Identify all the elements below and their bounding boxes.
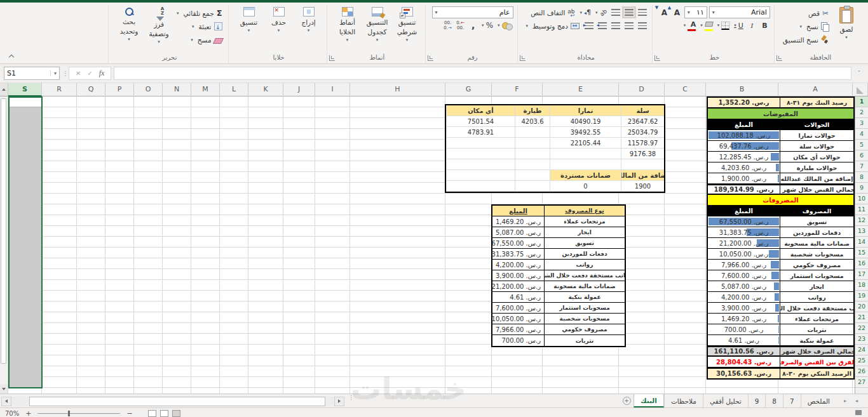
vertical-scroll-up-button[interactable] (0, 83, 8, 96)
sheet-cells[interactable]: سلةتماراطيارةأي مكان23647.6240490.194203… (8, 96, 855, 394)
fill-color-button[interactable] (699, 20, 714, 31)
formula-input[interactable] (114, 67, 851, 80)
format-cells-button[interactable]: تنسيق (235, 5, 263, 47)
bank-label-cell[interactable]: اجمالي القبض خلال شهر ٨ (780, 185, 853, 194)
column-header-B[interactable]: B (706, 83, 778, 96)
expense-type-cell[interactable]: ضمانات مالية مسحوبة (545, 281, 625, 291)
row-header-2[interactable]: 2 (855, 107, 868, 118)
bank-label-cell[interactable]: تسويق (780, 216, 853, 227)
merged-section-cell[interactable]: المقبوضات (708, 109, 853, 119)
table-row[interactable]: المصروفالمبلغ (708, 206, 853, 216)
bank-label-cell[interactable]: رصيد البنك يوم ٣١-٨ (780, 98, 853, 107)
sort-filter-button[interactable]: AZ فرز وتصفية (145, 5, 173, 47)
name-box[interactable]: S1 (4, 67, 60, 80)
normal-view-icon[interactable] (172, 410, 180, 417)
transfers-cell[interactable] (550, 149, 621, 159)
column-header-M[interactable]: M (191, 83, 220, 96)
format-painter-button[interactable]: نسخ التنسيق (781, 34, 831, 46)
text-direction-button[interactable] (579, 7, 593, 18)
table-row[interactable]: رواتب مستحقة دفعت خلال الشهرر.س. 3,900.0… (492, 270, 625, 281)
bank-value-cell[interactable]: ر.س. 4.61 (708, 335, 780, 345)
table-row[interactable]: حوالات سلةر.س. 69,437.76 (708, 141, 853, 152)
bank-value-cell[interactable]: ر.س. 10,050.00 (708, 249, 780, 259)
expense-amount-cell[interactable]: ر.س. 4.61 (492, 292, 545, 302)
bank-value-cell[interactable]: ر.س. 67,550.00 (708, 216, 780, 227)
transfers-cell[interactable]: 39492.55 (550, 127, 621, 138)
insert-function-icon[interactable]: fx (99, 69, 105, 78)
expense-amount-cell[interactable]: ر.س. 67,550.00 (492, 238, 545, 248)
italic-button[interactable]: I (747, 20, 757, 31)
column-header-I[interactable]: I (315, 83, 350, 96)
row-header-17[interactable]: 17 (855, 269, 868, 280)
transfers-cell[interactable]: 22105.44 (550, 138, 621, 149)
bank-label-cell[interactable]: حوالات سلة (780, 141, 853, 151)
zoom-in-icon[interactable]: + (25, 409, 31, 417)
table-row[interactable]: عمولة بنكيةر.س. 4.61 (708, 335, 853, 346)
table-row[interactable]: ضمانات مالية مسحوبةر.س. 21,200.00 (708, 238, 853, 249)
row-header-4[interactable]: 4 (855, 129, 868, 140)
column-header-P[interactable]: P (105, 83, 134, 96)
transfers-cell[interactable]: 9176.38 (621, 149, 664, 159)
expense-amount-cell[interactable]: ر.س. 4,200.00 (492, 260, 545, 270)
bank-value-cell[interactable]: ر.س. 21,200.00 (708, 238, 780, 248)
zoom-slider[interactable] (37, 413, 120, 414)
table-row[interactable]: مصروف حكومير.س. 7,966.00 (708, 260, 853, 270)
display-settings-icon[interactable] (855, 410, 862, 415)
bank-label-cell[interactable]: رواتب مستحقة دفعت خلال الشهر (780, 303, 853, 313)
transfers-cell[interactable]: 7501.54 (446, 116, 515, 127)
find-select-button[interactable]: بحث وتحديد (115, 5, 143, 47)
bank-value-cell[interactable]: المبلغ (708, 206, 780, 216)
bank-label-cell[interactable]: إضافة من المالك عبدالله (780, 173, 853, 183)
column-header-O[interactable]: O (134, 83, 163, 96)
row-header-27[interactable]: 27 (855, 377, 868, 388)
row-header-25[interactable]: 25 (855, 355, 868, 366)
bank-value-cell[interactable]: ر.س. 5,087.00 (708, 281, 780, 291)
table-row[interactable]: تسويقر.س. 67,550.00 (708, 216, 853, 227)
sheet-tab-ملاحظات[interactable]: ملاحظات (664, 394, 703, 407)
row-header-10[interactable]: 10 (855, 194, 868, 204)
tab-nav-right-icon[interactable]: ◂ (851, 398, 862, 404)
table-row[interactable]: ضمانات مالية مسحوبةر.س. 21,200.00 (492, 281, 625, 292)
row-header-26[interactable]: 26 (855, 366, 868, 377)
font-color-button[interactable]: A (682, 20, 698, 31)
column-header-D[interactable]: D (619, 83, 665, 96)
column-header-H[interactable]: H (350, 83, 445, 96)
bank-label-cell[interactable]: دفعات للموردين (780, 227, 853, 237)
underline-button[interactable]: U (733, 20, 745, 31)
conditional-formatting-button[interactable]: ≠ تنسيق شرطي (393, 5, 421, 47)
sheet-tab-8[interactable]: 8 (765, 394, 783, 407)
transfers-cell[interactable]: ضمانات مستردة (550, 170, 621, 181)
bank-label-cell[interactable]: مسحوبات استثمار (780, 270, 853, 281)
row-header-12[interactable]: 12 (855, 215, 868, 226)
table-row[interactable]: عمولة بنكيةر.س. 4.61 (492, 292, 625, 303)
selected-column-s[interactable] (8, 96, 43, 388)
bank-label-cell[interactable]: حوالات تمارا (780, 130, 853, 140)
sheet-tab-الملخص[interactable]: الملخص (801, 394, 836, 407)
table-row[interactable]: حوالات أي مكانر.س. 12,285.45 (708, 152, 853, 162)
bold-button[interactable]: B (759, 20, 770, 31)
bank-label-cell[interactable]: ضمانات مالية مسحوبة (780, 238, 853, 248)
format-as-table-button[interactable]: التنسيق كجدول (363, 5, 391, 47)
clipboard-dialog-launcher[interactable] (776, 55, 782, 61)
increase-indent-button[interactable] (583, 20, 595, 32)
table-row[interactable]: رصيد البنك يوم ٣١-٨ر.س. 1,352.20 (708, 98, 853, 109)
formula-bar-splitter[interactable]: ⋮ (62, 72, 66, 75)
transfers-cell[interactable] (515, 149, 550, 159)
bank-label-cell[interactable]: حوالات أي مكان (780, 152, 853, 162)
table-row[interactable]: مسحوبات استثمارر.س. 7,600.00 (708, 270, 853, 281)
decrease-indent-button[interactable] (597, 20, 608, 32)
number-dialog-launcher[interactable] (428, 55, 433, 61)
expense-type-cell[interactable]: ايجار (545, 227, 625, 237)
table-row[interactable]: 23647.6240490.194203.67501.54 (446, 116, 664, 127)
transfers-cell[interactable]: 1900 (621, 181, 664, 192)
bank-value-cell[interactable]: المبلغ (708, 119, 780, 129)
table-row[interactable]: نثرياتر.س. 700.00 (708, 324, 853, 335)
transfers-cell[interactable] (515, 170, 550, 181)
column-header-C[interactable]: C (665, 83, 706, 96)
zoom-level[interactable]: 70% (5, 410, 19, 417)
font-dialog-launcher[interactable] (654, 55, 660, 61)
row-header-16[interactable]: 16 (855, 258, 868, 269)
expense-type-cell[interactable]: مصروف حكومي (545, 324, 625, 334)
row-header-22[interactable]: 22 (855, 323, 868, 334)
bank-value-cell[interactable]: ر.س. 102,088.18 (708, 130, 780, 140)
